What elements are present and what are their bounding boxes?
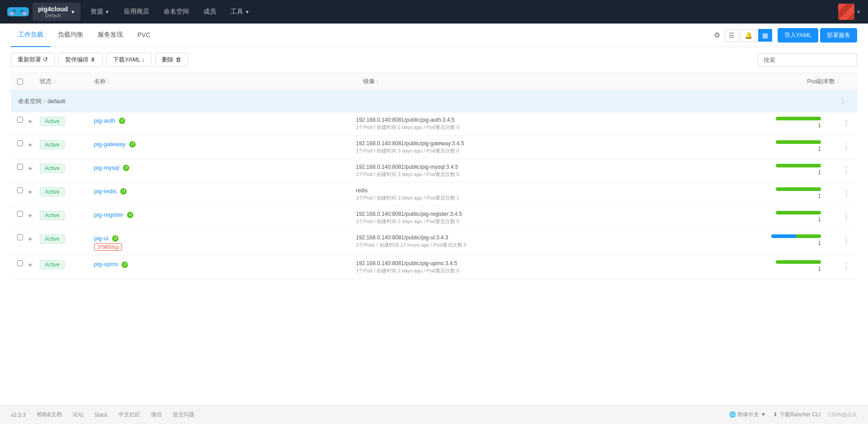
row-actions-col: ⋮ [839, 187, 857, 200]
tab-pvc[interactable]: PVC [130, 24, 158, 47]
row-more-button[interactable]: ⋮ [839, 140, 854, 152]
select-all-checkbox[interactable] [17, 79, 23, 85]
brand-env-label: Default [38, 13, 68, 18]
service-name-link[interactable]: pig-auth [94, 117, 115, 124]
cloud-sync-icon: ↺ [122, 262, 128, 268]
row-more-button[interactable]: ⋮ [839, 234, 854, 247]
status-badge: Active [40, 140, 65, 149]
tab-workload[interactable]: 工作负载 [11, 24, 51, 47]
cloud-sync-icon: ↺ [119, 118, 125, 124]
header-view-controls: ⚙ ☰ 🔔 ▦ 导入YAML 部署服务 [711, 28, 857, 43]
footer-help-link[interactable]: 帮助&文档 [37, 411, 62, 419]
image-sub-text: 1个Pod / 创建时间 2 days ago / Pod重启次数 0 [356, 267, 749, 274]
name-sort-icon[interactable]: ↕ [108, 79, 110, 84]
footer-forum-link[interactable]: 论坛 [73, 411, 84, 419]
search-input[interactable] [758, 53, 857, 67]
expand-icon[interactable]: ▶ [29, 189, 33, 194]
expand-icon[interactable]: ▶ [29, 262, 33, 267]
tab-service-discovery[interactable]: 服务发现 [90, 24, 130, 47]
row-select-checkbox[interactable] [17, 234, 23, 240]
nav-item-members[interactable]: 成员 [197, 4, 222, 19]
port-tag[interactable]: 37965/tcp [94, 243, 122, 251]
status-badge: Active [40, 211, 65, 220]
status-sort-icon[interactable]: ↕ [53, 79, 56, 84]
footer-community-link[interactable]: 中文社区 [118, 411, 140, 419]
footer-download-cli-link[interactable]: ⬇ 下载Rancher CLI [773, 411, 821, 419]
nav-item-namespace[interactable]: 命名空间 [157, 4, 195, 19]
row-pods-col: 1 [749, 234, 839, 246]
expand-icon[interactable]: ▶ [29, 236, 33, 241]
row-more-button[interactable]: ⋮ [839, 117, 854, 129]
nav-item-resources[interactable]: 资源 ▼ [84, 4, 116, 19]
service-name-link[interactable]: pig-upms [94, 261, 118, 267]
row-more-button[interactable]: ⋮ [839, 187, 854, 200]
row-more-button[interactable]: ⋮ [839, 260, 854, 272]
delete-button[interactable]: 删除 🗑 [155, 52, 188, 67]
expand-icon[interactable]: ▶ [29, 213, 33, 218]
row-image-col: 192.168.0.140:8081/public/pig-auth:3.4.5… [356, 117, 749, 131]
row-select-checkbox[interactable] [17, 211, 23, 217]
image-sort-icon[interactable]: ↕ [377, 79, 379, 84]
service-name-link[interactable]: pig-gateway [94, 141, 126, 148]
cloud-sync-icon: ↺ [120, 188, 127, 195]
pod-count-label: 1 [818, 146, 821, 152]
pause-button[interactable]: 暂停编排 ⏸ [58, 52, 103, 67]
bell-icon-button[interactable]: 🔔 [741, 29, 756, 42]
pods-sort-icon[interactable]: ↕ [837, 79, 839, 84]
row-more-button[interactable]: ⋮ [839, 211, 854, 223]
row-more-button[interactable]: ⋮ [839, 164, 854, 176]
tab-loadbalancer[interactable]: 负载均衡 [51, 24, 90, 47]
row-expand-col: ▶ [29, 187, 40, 195]
pod-count-label: 1 [818, 122, 821, 129]
nav-item-tools[interactable]: 工具 ▼ [224, 4, 256, 19]
header-image-col: 镜像 ↕ [363, 77, 767, 86]
row-checkbox-col [11, 234, 29, 240]
row-select-checkbox[interactable] [17, 260, 23, 266]
namespace-more-button[interactable]: ⋮ [835, 95, 850, 107]
redeploy-button[interactable]: 重新部署 ↺ [11, 52, 55, 67]
header-status-label: 状态 [40, 78, 52, 85]
status-badge: Active [40, 164, 65, 173]
image-text: redis [356, 187, 749, 194]
service-name-link[interactable]: pig-redis [94, 188, 117, 195]
footer-language-link[interactable]: 🌐 简体中文 ▼ [729, 411, 766, 419]
row-select-checkbox[interactable] [17, 140, 23, 146]
row-select-checkbox[interactable] [17, 164, 23, 170]
status-badge: Active [40, 234, 65, 243]
table-row: ▶ Active pig-mysql ↺ 192.168.0.140:8081/… [11, 159, 857, 183]
table-row: ▶ Active pig-gateway ↺ 192.168.0.140:808… [11, 136, 857, 159]
expand-icon[interactable]: ▶ [29, 166, 33, 171]
footer-slack-link[interactable]: Slack [94, 412, 108, 418]
nav-tools-label: 工具 [231, 8, 243, 16]
footer-right-area: 🌐 简体中文 ▼ ⬇ 下载Rancher CLI CSDN@品JL [729, 411, 857, 419]
brand-logo [7, 4, 29, 20]
service-name-link[interactable]: pig-mysql [94, 164, 119, 171]
row-checkbox-col [11, 260, 29, 266]
service-name-link[interactable]: pig-ui [94, 235, 108, 242]
nav-item-appstore[interactable]: 应用商店 [118, 4, 156, 19]
avatar-button[interactable] [838, 4, 854, 20]
import-yaml-button[interactable]: 导入YAML [778, 28, 818, 43]
row-select-checkbox[interactable] [17, 187, 23, 193]
footer-wechat-link[interactable]: 微信 [151, 411, 162, 419]
expand-icon[interactable]: ▶ [29, 142, 33, 147]
grid-view-button[interactable]: ▦ [758, 29, 772, 42]
footer-issue-link[interactable]: 提交问题 [173, 411, 194, 419]
deploy-service-button[interactable]: 部署服务 [820, 28, 857, 43]
nav-right-area: ▼ [838, 4, 861, 20]
logo-area [7, 4, 29, 20]
row-select-checkbox[interactable] [17, 117, 23, 123]
brand-dropdown-button[interactable]: pig4cloud Default ▼ [33, 3, 80, 21]
list-view-button[interactable]: ☰ [725, 29, 739, 42]
header-status-col: 状态 ↕ [40, 77, 94, 86]
settings-icon[interactable]: ⚙ [711, 28, 723, 42]
service-name-link[interactable]: pig-register [94, 211, 123, 218]
namespace-label: 命名空间：default [18, 97, 65, 105]
pod-progress-bar [776, 164, 821, 167]
pod-bar-wrap: 1 [749, 260, 821, 272]
download-yaml-button[interactable]: 下载YAML ↓ [106, 52, 151, 67]
row-pods-col: 1 [749, 164, 839, 176]
row-checkbox-col [11, 211, 29, 217]
row-status-col: Active [40, 234, 94, 243]
expand-icon[interactable]: ▶ [29, 119, 33, 124]
